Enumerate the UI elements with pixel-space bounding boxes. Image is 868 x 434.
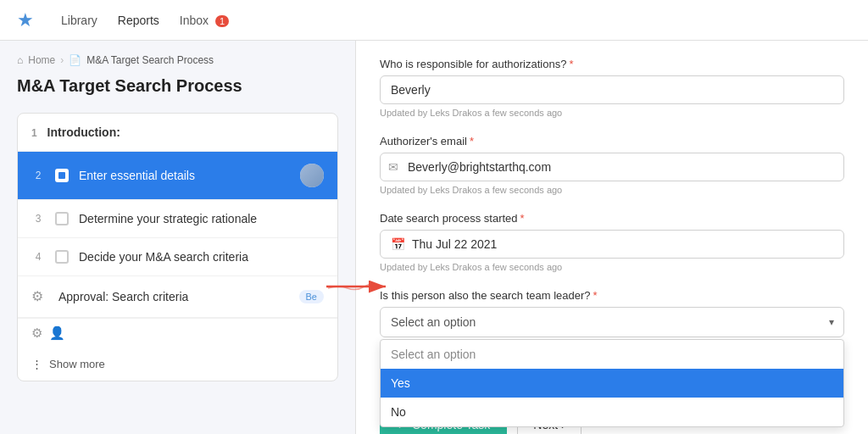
approval-badge: Be <box>299 290 324 303</box>
step-1-num: 1 <box>31 127 37 139</box>
calendar-icon: 📅 <box>391 237 405 251</box>
approval-label: Approval: Search criteria <box>58 290 289 303</box>
nav-reports[interactable]: Reports <box>118 10 159 31</box>
date-form-group: Date search process started * 📅 Thu Jul … <box>380 212 844 272</box>
team-leader-label: Is this person also the search team lead… <box>380 289 844 302</box>
date-label: Date search process started * <box>380 212 844 225</box>
step-section-header: 1 Introduction: <box>18 114 337 152</box>
date-value: Thu Jul 22 2021 <box>412 237 497 251</box>
approval-step: ⚙ Approval: Search criteria Be <box>18 276 337 318</box>
main-layout: ⌂ Home › 📄 M&A Target Search Process M&A… <box>0 41 868 434</box>
date-update-text: Updated by Leks Drakos a few seconds ago <box>380 262 844 272</box>
step-4-checkbox[interactable] <box>55 250 69 264</box>
email-form-group: Authorizer's email * ✉ Updated by Leks D… <box>380 135 844 195</box>
inbox-badge: 1 <box>215 15 229 27</box>
nav-inbox[interactable]: Inbox 1 <box>180 10 229 31</box>
page-title: M&A Target Search Process <box>17 76 338 96</box>
breadcrumb-page-icon: 📄 <box>69 54 81 66</box>
step-4-num: 4 <box>31 251 45 263</box>
home-icon: ⌂ <box>17 54 23 66</box>
user-icon[interactable]: 👤 <box>49 326 65 341</box>
email-icon: ✉ <box>388 160 398 174</box>
approval-icon: ⚙ <box>31 288 48 305</box>
show-more-button[interactable]: ⋮ Show more <box>18 348 337 381</box>
steps-container: 1 Introduction: 2 Enter essential detail… <box>17 113 338 381</box>
team-leader-dropdown[interactable]: Select an option Yes No <box>380 307 844 337</box>
step-2-num: 2 <box>31 170 45 181</box>
breadcrumb-separator: › <box>60 54 64 66</box>
top-nav: ★ Library Reports Inbox 1 <box>0 0 868 41</box>
step-icons-row: ⚙ 👤 <box>18 318 337 348</box>
avatar-image <box>300 164 324 187</box>
email-required: * <box>470 135 474 147</box>
date-input[interactable]: 📅 Thu Jul 22 2021 <box>380 230 844 259</box>
dropdown-popup: Select an option Yes No <box>380 339 844 427</box>
right-panel: Who is responsible for authorizations? *… <box>356 41 868 434</box>
step-2-avatar <box>300 164 324 187</box>
team-leader-dropdown-wrapper: Select an option Yes No ▾ Select an opti… <box>380 307 844 337</box>
left-panel: ⌂ Home › 📄 M&A Target Search Process M&A… <box>0 41 356 434</box>
team-leader-form-group: Is this person also the search team lead… <box>380 289 844 337</box>
popup-option-placeholder[interactable]: Select an option <box>381 340 843 369</box>
email-label: Authorizer's email * <box>380 135 844 147</box>
breadcrumb-home[interactable]: Home <box>28 54 55 66</box>
date-required: * <box>520 212 525 225</box>
breadcrumb: ⌂ Home › 📄 M&A Target Search Process <box>17 54 338 66</box>
step-3-label: Determine your strategic rationale <box>79 212 324 225</box>
logo-icon[interactable]: ★ <box>17 9 34 31</box>
step-4-item[interactable]: 4 Decide your M&A search criteria <box>18 238 337 276</box>
nav-library[interactable]: Library <box>61 10 97 31</box>
step-2-label: Enter essential details <box>79 169 290 182</box>
popup-option-yes[interactable]: Yes <box>381 369 843 398</box>
step-2-checkbox[interactable] <box>55 169 69 182</box>
email-update-text: Updated by Leks Drakos a few seconds ago <box>380 185 844 195</box>
step-4-label: Decide your M&A search criteria <box>79 250 324 264</box>
auth-update-text: Updated by Leks Drakos a few seconds ago <box>380 108 844 118</box>
email-input[interactable] <box>380 153 844 181</box>
auth-form-group: Who is responsible for authorizations? *… <box>380 58 844 118</box>
auth-input[interactable] <box>380 75 844 104</box>
auth-required: * <box>569 58 573 70</box>
step-3-item[interactable]: 3 Determine your strategic rationale <box>18 200 337 238</box>
show-more-label: Show more <box>49 358 105 370</box>
show-more-dots: ⋮ <box>31 358 42 370</box>
step-2-item[interactable]: 2 Enter essential details <box>18 152 337 200</box>
popup-option-no[interactable]: No <box>381 398 843 426</box>
step-3-checkbox[interactable] <box>55 212 69 225</box>
team-leader-required: * <box>593 289 598 302</box>
auth-label: Who is responsible for authorizations? * <box>380 58 844 70</box>
settings-icon[interactable]: ⚙ <box>31 326 42 341</box>
step-3-num: 3 <box>31 213 45 225</box>
breadcrumb-current: M&A Target Search Process <box>86 54 214 66</box>
email-input-wrapper: ✉ <box>380 153 844 181</box>
